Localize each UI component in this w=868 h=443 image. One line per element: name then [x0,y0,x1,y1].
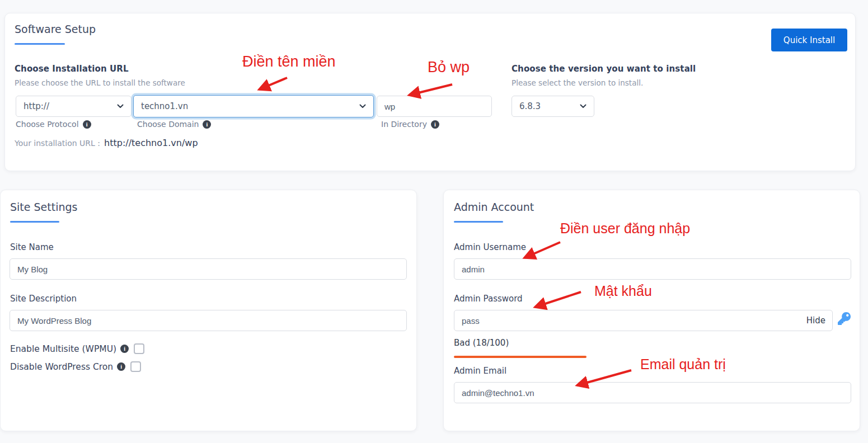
info-icon[interactable]: i [117,362,125,371]
protocol-select-value: http:// [24,101,49,111]
site-description-label: Site Description [10,294,77,304]
site-name-input[interactable] [10,258,407,280]
password-strength-bar [454,356,587,358]
key-icon[interactable] [838,312,851,327]
protocol-hint-label: Choose Protocol [16,120,79,129]
site-settings-title: Site Settings [10,201,77,213]
title-underline [454,221,503,223]
info-icon[interactable]: i [83,120,91,129]
domain-hint: Choose Domain i [137,120,211,129]
info-icon[interactable]: i [203,120,211,129]
install-url-heading: Choose Installation URL [15,64,129,74]
site-description-input[interactable] [10,310,407,331]
installation-url-value: http://techno1.vn/wp [104,138,198,148]
directory-hint: In Directory i [381,120,439,129]
annotation-password: Mật khẩu [594,283,652,299]
chevron-down-icon [359,104,366,109]
disable-cron-label: Disable WordPress Cron [10,362,113,372]
admin-password-field: Hide [454,310,833,331]
title-underline [10,221,59,223]
admin-email-label: Admin Email [454,366,506,376]
domain-hint-label: Choose Domain [137,120,199,129]
protocol-hint: Choose Protocol i [16,120,91,129]
software-setup-card: Software Setup Quick Install Choose Inst… [4,13,856,171]
disable-cron-row: Disable WordPress Cron i [10,361,141,372]
title-underline [15,43,65,45]
site-name-label: Site Name [10,242,54,252]
enable-multisite-label: Enable Multisite (WPMU) [10,344,116,354]
version-subheading: Please select the version to install. [512,78,643,87]
admin-password-label: Admin Password [454,294,523,304]
annotation-domain: Điền tên miền [242,53,336,70]
installation-url-label: Your installation URL : [15,139,100,148]
installation-url-line: Your installation URL : http://techno1.v… [15,138,198,148]
install-url-subheading: Please choose the URL to install the sof… [15,78,185,87]
domain-select[interactable]: techno1.vn [133,95,374,117]
enable-multisite-row: Enable Multisite (WPMU) i [10,343,144,354]
directory-input[interactable] [377,96,492,117]
version-select-value: 6.8.3 [519,101,541,111]
admin-username-input[interactable] [454,258,851,280]
admin-username-label: Admin Username [454,242,526,252]
chevron-down-icon [117,104,124,109]
password-strength-text: Bad (18/100) [454,338,509,348]
annotation-email: Email quản trị [640,356,726,373]
install-page: { "colors": { "accent_blue": "#4a8ff0", … [0,0,868,443]
directory-hint-label: In Directory [381,120,427,129]
protocol-select[interactable]: http:// [16,96,132,117]
site-settings-card: Site Settings Site Name Site Description… [0,190,417,431]
admin-password-input[interactable] [454,310,833,331]
admin-email-input[interactable] [454,382,851,403]
disable-cron-checkbox[interactable] [130,361,141,372]
info-icon[interactable]: i [431,120,439,129]
annotation-username: Điền user đăng nhập [560,220,690,237]
version-heading: Choose the version you want to install [512,64,696,74]
hide-password-toggle[interactable]: Hide [806,315,825,326]
chevron-down-icon [580,104,587,109]
domain-select-value: techno1.vn [141,101,188,111]
annotation-directory: Bỏ wp [428,59,470,76]
enable-multisite-checkbox[interactable] [134,343,144,354]
info-icon[interactable]: i [120,345,129,353]
software-setup-title: Software Setup [15,23,96,35]
quick-install-button[interactable]: Quick Install [771,29,847,51]
version-select[interactable]: 6.8.3 [512,96,594,117]
admin-account-title: Admin Account [454,201,534,213]
